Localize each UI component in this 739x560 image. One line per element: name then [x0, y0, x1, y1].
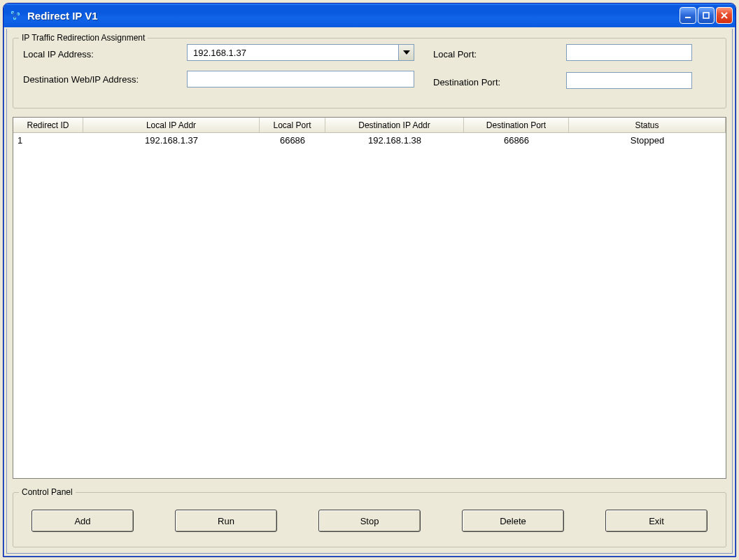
col-dest-ip[interactable]: Destination IP Addr: [325, 118, 464, 132]
label-dest-ip: Destination Web/IP Address:: [23, 71, 139, 88]
col-local-ip[interactable]: Local IP Addr: [83, 118, 260, 132]
app-window: Redirect IP V1 IP Traffic Redirection As…: [3, 3, 736, 557]
dest-ip-input[interactable]: [187, 71, 414, 88]
chevron-down-icon[interactable]: [398, 45, 414, 60]
cell-local-ip: 192.168.1.37: [83, 133, 260, 147]
listview-header-row: Redirect ID Local IP Addr Local Port Des…: [13, 118, 726, 133]
exit-button[interactable]: Exit: [605, 510, 708, 532]
label-dest-port: Destination Port:: [433, 74, 500, 90]
stop-button[interactable]: Stop: [318, 510, 421, 532]
minimize-button[interactable]: [680, 7, 696, 24]
client-area: IP Traffic Redirection Assignment Local …: [6, 29, 733, 554]
local-ip-value: 192.168.1.37: [190, 48, 398, 58]
assignment-legend: IP Traffic Redirection Assignment: [19, 33, 148, 43]
assignment-groupbox: IP Traffic Redirection Assignment Local …: [13, 33, 726, 108]
svg-rect-4: [703, 13, 709, 18]
label-local-port: Local Port:: [433, 46, 477, 62]
cell-dest-port: 66866: [464, 133, 569, 147]
run-button[interactable]: Run: [175, 510, 277, 532]
local-ip-combobox[interactable]: 192.168.1.37: [187, 44, 414, 61]
control-panel-groupbox: Control Panel Add Run Stop Delete Exit: [13, 487, 726, 547]
maximize-button[interactable]: [698, 7, 715, 24]
window-title: Redirect IP V1: [27, 10, 680, 22]
col-redirect-id[interactable]: Redirect ID: [13, 118, 83, 132]
add-button[interactable]: Add: [31, 510, 134, 532]
col-local-port[interactable]: Local Port: [260, 118, 325, 132]
delete-button[interactable]: Delete: [462, 510, 564, 532]
label-local-ip: Local IP Address:: [23, 46, 94, 62]
cell-redirect-id: 1: [13, 133, 83, 147]
cell-status: Stopped: [569, 133, 726, 147]
svg-rect-3: [685, 17, 691, 18]
redirects-listview[interactable]: Redirect ID Local IP Addr Local Port Des…: [13, 117, 726, 479]
table-row[interactable]: 1 192.168.1.37 66686 192.168.1.38 66866 …: [13, 133, 726, 147]
col-dest-port[interactable]: Destination Port: [464, 118, 569, 132]
cell-local-port: 66686: [260, 133, 325, 147]
app-icon: [9, 9, 22, 22]
local-port-input[interactable]: [566, 44, 692, 61]
close-button[interactable]: [716, 7, 733, 24]
titlebar[interactable]: Redirect IP V1: [3, 4, 736, 27]
control-panel-legend: Control Panel: [19, 487, 76, 497]
col-status[interactable]: Status: [569, 118, 726, 132]
dest-port-input[interactable]: [566, 72, 692, 89]
cell-dest-ip: 192.168.1.38: [325, 133, 464, 147]
window-controls: [680, 7, 733, 24]
